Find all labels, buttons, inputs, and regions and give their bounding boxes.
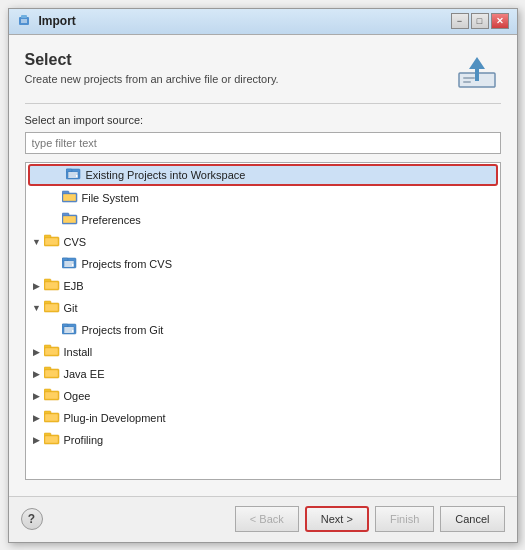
window-title: Import [39,14,451,28]
tree-item-ejb[interactable]: ▶ EJB [26,275,500,297]
content-area: Select Create new projects from an archi… [9,35,517,496]
folder-icon-git [44,299,64,316]
tree-item-existing-projects[interactable]: Existing Projects into Workspace [28,164,498,186]
svg-rect-17 [62,213,69,216]
svg-rect-48 [44,411,51,414]
expand-icon-existing-projects[interactable] [52,168,66,182]
svg-rect-52 [45,436,58,443]
svg-rect-1 [21,15,27,18]
header-text: Select Create new projects from an archi… [25,51,453,85]
expand-icon-ogee[interactable]: ▶ [30,389,44,403]
import-source-label: Select an import source: [25,114,501,126]
folder-icon-preferences [62,211,82,228]
svg-rect-24 [64,261,74,267]
expand-icon-git[interactable]: ▼ [30,301,44,315]
svg-rect-23 [62,258,68,261]
svg-rect-6 [463,77,475,79]
expand-icon-install[interactable]: ▶ [30,345,44,359]
tree-item-label-plugin-development: Plug-in Development [64,412,166,424]
svg-rect-0 [19,17,29,25]
svg-rect-31 [44,301,51,304]
folder-icon-cvs [44,233,64,250]
tree-item-projects-from-git[interactable]: Projects from Git [26,319,500,341]
folder-icon-profiling [44,431,64,448]
folder-icon-java-ee [44,365,64,382]
back-button[interactable]: < Back [235,506,299,532]
folder-icon-plugin-development [44,409,64,426]
tree-item-label-projects-from-git: Projects from Git [82,324,164,336]
svg-rect-20 [44,235,51,238]
tree-item-label-projects-from-cvs: Projects from CVS [82,258,172,270]
window-icon [17,13,33,29]
svg-rect-49 [45,414,58,421]
window-controls: − □ ✕ [451,13,509,29]
import-dialog: Import − □ ✕ Select Create new projects … [8,8,518,543]
svg-rect-18 [63,216,76,223]
tree-item-label-profiling: Profiling [64,434,104,446]
tree-item-install[interactable]: ▶ Install [26,341,500,363]
svg-rect-46 [45,392,58,399]
footer-right: < Back Next > Finish Cancel [235,506,505,532]
svg-rect-7 [463,81,471,83]
svg-rect-42 [44,367,51,370]
expand-icon-file-system[interactable] [48,191,62,205]
tree-item-label-existing-projects: Existing Projects into Workspace [86,169,246,181]
svg-rect-34 [62,324,68,327]
expand-icon-plugin-development[interactable]: ▶ [30,411,44,425]
svg-rect-9 [66,169,72,172]
maximize-button[interactable]: □ [471,13,489,29]
tree-item-java-ee[interactable]: ▶ Java EE [26,363,500,385]
tree-item-label-cvs: CVS [64,236,87,248]
folder-icon-install [44,343,64,360]
tree-item-cvs[interactable]: ▼ CVS [26,231,500,253]
svg-rect-28 [44,279,51,282]
folder-icon-file-system [62,189,82,206]
svg-rect-39 [44,345,51,348]
expand-icon-ejb[interactable]: ▶ [30,279,44,293]
svg-rect-29 [45,282,58,289]
folder-icon-ogee [44,387,64,404]
next-button[interactable]: Next > [305,506,369,532]
page-subtitle: Create new projects from an archive file… [25,73,453,85]
svg-rect-43 [45,370,58,377]
tree-item-preferences[interactable]: Preferences [26,209,500,231]
finish-button[interactable]: Finish [375,506,434,532]
footer: ? < Back Next > Finish Cancel [9,496,517,542]
svg-rect-14 [62,191,69,194]
help-button[interactable]: ? [21,508,43,530]
folder-icon-projects-from-git [62,321,82,338]
expand-icon-java-ee[interactable]: ▶ [30,367,44,381]
filter-input[interactable] [25,132,501,154]
tree-item-git[interactable]: ▼ Git [26,297,500,319]
title-bar: Import − □ ✕ [9,9,517,35]
svg-rect-35 [64,327,74,333]
tree-item-profiling[interactable]: ▶ Profiling [26,429,500,451]
tree-item-label-ogee: Ogee [64,390,91,402]
tree-item-ogee[interactable]: ▶ Ogee [26,385,500,407]
folder-icon-projects-from-cvs [62,255,82,272]
expand-icon-cvs[interactable]: ▼ [30,235,44,249]
footer-left: ? [21,508,43,530]
svg-rect-45 [44,389,51,392]
svg-rect-40 [45,348,58,355]
tree-item-file-system[interactable]: File System [26,187,500,209]
minimize-button[interactable]: − [451,13,469,29]
tree-item-label-ejb: EJB [64,280,84,292]
svg-rect-10 [68,172,78,178]
tree-item-plugin-development[interactable]: ▶ Plug-in Development [26,407,500,429]
cancel-button[interactable]: Cancel [440,506,504,532]
svg-rect-32 [45,304,58,311]
tree-item-label-preferences: Preferences [82,214,141,226]
page-title: Select [25,51,453,69]
expand-icon-projects-from-cvs[interactable] [48,257,62,271]
expand-icon-projects-from-git[interactable] [48,323,62,337]
tree-container[interactable]: Existing Projects into Workspace File Sy… [25,162,501,480]
tree-item-label-install: Install [64,346,93,358]
tree-item-label-git: Git [64,302,78,314]
tree-item-projects-from-cvs[interactable]: Projects from CVS [26,253,500,275]
import-icon [453,51,501,91]
expand-icon-preferences[interactable] [48,213,62,227]
svg-rect-51 [44,433,51,436]
expand-icon-profiling[interactable]: ▶ [30,433,44,447]
close-button[interactable]: ✕ [491,13,509,29]
